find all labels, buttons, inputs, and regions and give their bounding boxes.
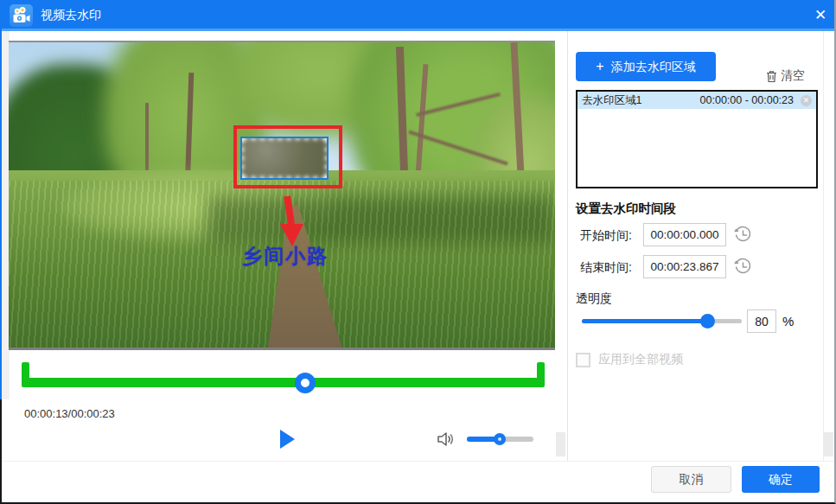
title-bar: 视频去水印 ✕ <box>0 0 836 29</box>
region-remove-icon[interactable]: ✕ <box>801 95 812 106</box>
time-section-title: 设置去水印时间段 <box>576 201 676 217</box>
annotation-red-arrow <box>261 195 322 248</box>
add-watermark-region-button[interactable]: +添加去水印区域 <box>576 52 716 81</box>
watermark-region-list: 去水印区域1 00:00:00 - 00:00:23 ✕ <box>576 90 818 188</box>
start-time-reset-icon[interactable] <box>733 225 753 245</box>
watermark-selection-box[interactable] <box>240 137 329 180</box>
opacity-slider-fill <box>582 319 707 323</box>
region-list-item[interactable]: 去水印区域1 00:00:00 - 00:00:23 ✕ <box>578 92 816 109</box>
timeline-track[interactable] <box>24 378 542 387</box>
apply-to-all-row: 应用到全部视频 <box>576 352 683 367</box>
footer-divider <box>2 461 834 462</box>
add-button-label: 添加去水印区域 <box>611 60 696 73</box>
titlebar-accent-strip <box>0 29 836 31</box>
cancel-button[interactable]: 取消 <box>651 466 731 493</box>
video-preview[interactable]: 乡间小路 <box>9 41 555 350</box>
panel-divider <box>567 31 568 461</box>
trim-handle-right[interactable] <box>537 362 545 387</box>
opacity-slider-handle[interactable] <box>700 314 715 329</box>
playhead-handle[interactable] <box>295 373 316 393</box>
opacity-value-input[interactable] <box>747 309 776 333</box>
play-button[interactable] <box>280 430 295 449</box>
window-edge-left-lower <box>0 399 2 504</box>
right-scrollbar-track <box>823 31 824 461</box>
volume-slider-handle[interactable] <box>494 433 506 445</box>
close-icon[interactable]: ✕ <box>809 5 832 26</box>
trash-icon <box>766 70 777 83</box>
region-time-range: 00:00:00 - 00:00:23 <box>641 94 801 106</box>
video-watermark-text: 乡间小路 <box>216 243 354 270</box>
opacity-unit-label: % <box>782 314 794 329</box>
app-icon <box>10 4 33 27</box>
end-time-input[interactable] <box>643 255 726 278</box>
speaker-icon[interactable] <box>435 429 456 450</box>
clear-button-label: 清空 <box>781 68 805 84</box>
video-watermark-remover-dialog: 视频去水印 ✕ <box>0 0 836 504</box>
time-display: 00:00:13/00:00:23 <box>24 407 115 420</box>
start-time-label: 开始时间: <box>580 228 632 244</box>
apply-to-all-label: 应用到全部视频 <box>598 352 683 367</box>
blur-overlay <box>242 138 327 178</box>
start-time-input[interactable] <box>643 223 726 246</box>
opacity-label: 透明度 <box>576 291 612 307</box>
plus-icon: + <box>596 59 603 73</box>
left-scrollbar-thumb[interactable] <box>556 432 565 456</box>
trim-handle-left[interactable] <box>22 362 29 387</box>
apply-to-all-checkbox[interactable] <box>576 353 590 367</box>
window-title: 视频去水印 <box>41 8 101 23</box>
opacity-slider-track[interactable] <box>582 319 742 323</box>
region-name: 去水印区域1 <box>582 93 641 108</box>
confirm-button[interactable]: 确定 <box>742 466 820 493</box>
end-time-reset-icon[interactable] <box>733 257 753 277</box>
right-scrollbar-thumb[interactable] <box>824 432 833 456</box>
end-time-label: 结束时间: <box>580 260 632 276</box>
clear-button[interactable]: 清空 <box>766 67 814 85</box>
